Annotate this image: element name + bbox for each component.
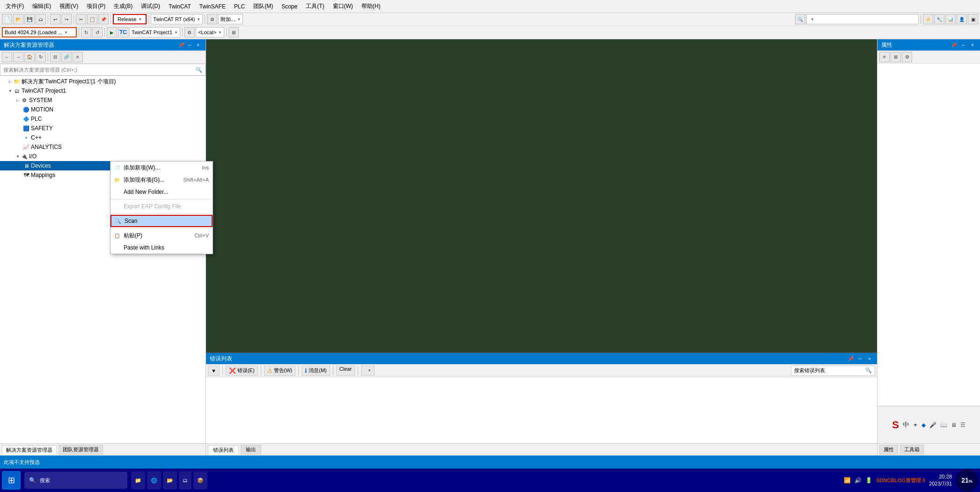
menu-build[interactable]: 生成(B): [110, 1, 136, 11]
warning-filter-btn[interactable]: ⚠ 警告(W): [264, 366, 296, 376]
release-dropdown[interactable]: Release ▼: [113, 14, 147, 24]
project-dropdown[interactable]: TwinCAT Project1 ▼: [129, 27, 180, 37]
tree-plc[interactable]: 🔷 PLC: [0, 114, 206, 124]
cut-btn[interactable]: ✂: [76, 14, 86, 24]
se-refresh-btn[interactable]: ↻: [36, 52, 46, 62]
ctx-scan[interactable]: 🔍 Scan: [111, 215, 213, 227]
tree-analytics[interactable]: 📈 ANALYTICS: [0, 142, 206, 152]
ctx-add-existing[interactable]: 📁 添加现有项(G)... Shift+Alt+A: [111, 174, 213, 186]
play-btn[interactable]: ▶: [107, 27, 117, 37]
extra-btn2[interactable]: ⚡: [923, 14, 933, 24]
menu-file[interactable]: 文件(F): [2, 1, 28, 11]
menu-twinsafe[interactable]: TwinSAFE: [196, 2, 229, 11]
tree-motion[interactable]: 🔵 MOTION: [0, 105, 206, 114]
start-button[interactable]: ⊞: [2, 471, 21, 490]
taskbar-clock[interactable]: 20:28 2023/7/31: [929, 473, 952, 488]
save-btn[interactable]: 💾: [24, 14, 35, 24]
extra-btn4[interactable]: 📊: [945, 14, 956, 24]
copy-btn[interactable]: 📋: [87, 14, 97, 24]
props-close-btn[interactable]: ×: [969, 41, 976, 49]
menu-tools[interactable]: 工具(T): [302, 1, 328, 11]
props-categories-btn[interactable]: ≡: [879, 52, 890, 62]
tree-cpp[interactable]: 🔹 C++: [0, 133, 206, 142]
se-back-btn[interactable]: ←: [2, 52, 12, 62]
taskbar-item-3[interactable]: 📂: [163, 471, 177, 489]
props-min-btn[interactable]: ─: [959, 41, 967, 49]
extra-btn5[interactable]: 👤: [957, 14, 967, 24]
se-forward-btn[interactable]: →: [13, 52, 23, 62]
clear-btn[interactable]: Clear: [336, 366, 355, 376]
error-scope-dropdown[interactable]: ▼: [361, 366, 375, 376]
ctx-add-folder[interactable]: Add New Folder...: [111, 186, 213, 198]
se-link-btn[interactable]: 🔗: [61, 52, 72, 62]
new-project-btn[interactable]: 📄: [2, 14, 12, 24]
filter-dropdown[interactable]: ▼: [208, 366, 220, 376]
tree-root[interactable]: ▷ 📁 解决方案'TwinCAT Project1'(1 个项目): [0, 77, 206, 86]
pin-btn[interactable]: 📌: [177, 41, 185, 49]
gear-btn[interactable]: ⚙: [184, 27, 195, 37]
tree-io[interactable]: ▼ 🔌 I/O: [0, 152, 206, 161]
root-arrow: ▷: [7, 79, 13, 84]
build-info[interactable]: Build 4024.29 (Loaded ... ▼: [2, 27, 77, 37]
menu-twincat[interactable]: TwinCAT: [165, 2, 195, 11]
tree-safety[interactable]: 🟦 SAFETY: [0, 124, 206, 133]
menu-edit[interactable]: 编辑(E): [29, 1, 55, 11]
save-all-btn[interactable]: 🗂: [36, 14, 46, 24]
menu-help[interactable]: 帮助(H): [358, 1, 384, 11]
twincat-logo-btn[interactable]: TC: [118, 27, 128, 37]
error-search-icon: 🔍: [865, 367, 872, 374]
error-footer-tab2[interactable]: 输出: [241, 445, 261, 455]
minimize-panel-btn[interactable]: ─: [186, 41, 193, 49]
search-btn-top[interactable]: 🔍: [795, 14, 805, 24]
open-btn[interactable]: 📂: [13, 14, 23, 24]
se-collapse-btn[interactable]: ⊟: [50, 52, 60, 62]
se-home-btn[interactable]: 🏠: [24, 52, 35, 62]
tree-system[interactable]: ▷ ⚙ SYSTEM: [0, 95, 206, 105]
menu-scope[interactable]: Scope: [278, 2, 301, 11]
menu-view[interactable]: 视图(V): [56, 1, 82, 11]
menu-debug[interactable]: 调试(D): [137, 1, 164, 11]
ctx-add-new[interactable]: 📄 添加新项(W)... Ins: [111, 162, 213, 174]
connection-dropdown[interactable]: <Local> ▼: [196, 27, 224, 37]
extra-btn1[interactable]: ⚙: [207, 14, 217, 24]
taskbar-item-2[interactable]: 🌐: [147, 471, 161, 489]
menu-plc[interactable]: PLC: [230, 2, 249, 11]
footer-tab-team[interactable]: 团队资源管理器: [59, 445, 103, 455]
extra-row2-btn1[interactable]: ⊞: [228, 27, 239, 37]
error-min-btn[interactable]: ─: [856, 355, 864, 362]
search-input[interactable]: [3, 67, 196, 73]
taskbar-item-4[interactable]: 🗂: [179, 471, 192, 489]
redo-btn[interactable]: ↪: [61, 14, 72, 24]
props-pin-btn[interactable]: 📌: [950, 41, 958, 49]
taskbar-item-5[interactable]: 📦: [193, 471, 207, 489]
error-close-btn[interactable]: ×: [866, 355, 873, 362]
quick-search[interactable]: ▼: [806, 14, 919, 24]
props-footer-tab1[interactable]: 属性: [879, 445, 898, 455]
menu-team[interactable]: 团队(M): [250, 1, 277, 11]
extra-btn3[interactable]: 🔧: [934, 14, 944, 24]
footer-tab-solution[interactable]: 解决方案资源管理器: [2, 445, 57, 455]
paste-btn[interactable]: 📌: [98, 14, 109, 24]
ctx-paste[interactable]: 📋 粘贴(P) Ctrl+V: [111, 229, 213, 242]
taskbar-item-1[interactable]: 📁: [131, 471, 145, 489]
props-sort-btn[interactable]: ⊞: [891, 52, 901, 62]
error-pin-btn[interactable]: 📌: [847, 355, 855, 362]
addon-dropdown[interactable]: 附加... ▼: [218, 14, 243, 24]
props-gear-btn[interactable]: ⚙: [902, 52, 912, 62]
undo-btn[interactable]: ↩: [50, 14, 60, 24]
se-settings-btn[interactable]: ≡: [73, 52, 83, 62]
error-footer-tab1[interactable]: 错误列表: [208, 445, 239, 455]
ctx-paste-links[interactable]: Paste with Links: [111, 242, 213, 254]
close-panel-btn[interactable]: ×: [194, 41, 202, 49]
restart-btn[interactable]: ↻: [81, 27, 91, 37]
menu-window[interactable]: 窗口(W): [329, 1, 357, 11]
tree-project[interactable]: ▼ 🗂 TwinCAT Project1: [0, 86, 206, 95]
menu-project[interactable]: 项目(P): [83, 1, 109, 11]
error-filter-btn[interactable]: ❌ 错误(E): [226, 366, 258, 376]
props-footer-tab2[interactable]: 工具箱: [900, 445, 924, 455]
reload-btn[interactable]: ↺: [92, 27, 103, 37]
extra-btn6[interactable]: ▣: [968, 14, 978, 24]
taskbar-search[interactable]: 🔍 搜索: [24, 472, 127, 489]
config-dropdown[interactable]: TwinCAT RT (x64) ▼: [151, 14, 203, 24]
message-filter-btn[interactable]: ℹ 消息(M): [302, 366, 330, 376]
